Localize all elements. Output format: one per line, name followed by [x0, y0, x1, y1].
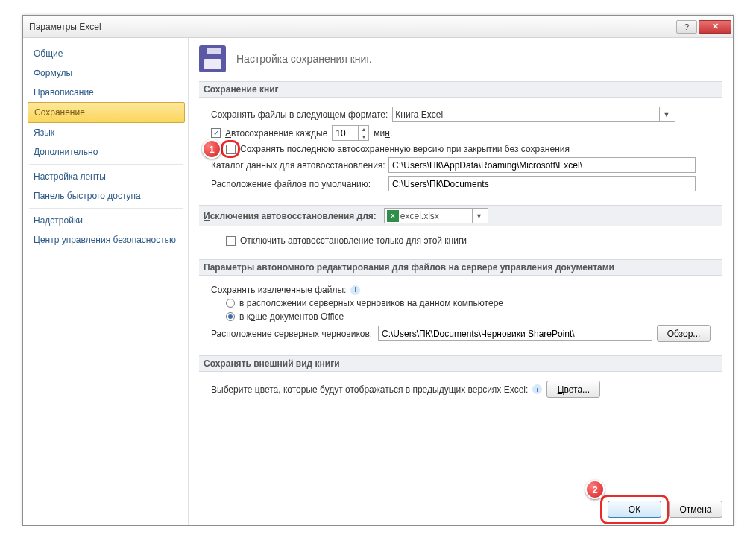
group-header-offline: Параметры автономного редактирования для… [199, 259, 722, 276]
exceptions-label: Исключения автовосстановления для: [204, 211, 377, 221]
autosave-value[interactable] [333, 126, 358, 140]
colors-label: Выберите цвета, которые будут отображать… [211, 384, 528, 395]
sidebar-item-proofing[interactable]: Правописание [28, 83, 185, 102]
drafts-loc-input[interactable] [378, 326, 652, 341]
spin-up-icon[interactable]: ▲ [359, 126, 368, 133]
format-combo[interactable]: Книга Excel ▼ [392, 107, 675, 122]
chevron-down-icon: ▼ [472, 209, 485, 223]
catalog-label: Каталог данных для автовосстановления: [211, 160, 384, 171]
exceptions-combo[interactable]: X excel.xlsx ▼ [384, 208, 488, 223]
catalog-path-input[interactable] [388, 157, 696, 173]
page-title: Настройка сохранения книг. [236, 53, 372, 65]
sidebar-item-addins[interactable]: Надстройки [28, 211, 185, 230]
separator [29, 208, 183, 209]
keep-last-label: Сохранять последнюю автосохраненную верс… [240, 144, 570, 154]
disable-autorecover-label: Отключить автовосстановление только для … [240, 235, 467, 246]
excel-file-icon: X [387, 210, 399, 222]
radio-office-cache[interactable] [226, 312, 235, 321]
drafts-loc-label: Расположение серверных черновиков: [211, 329, 374, 339]
help-button[interactable]: ? [676, 20, 697, 34]
sidebar: Общие Формулы Правописание Сохранение Яз… [23, 38, 188, 525]
dialog-body: Общие Формулы Правописание Сохранение Яз… [23, 38, 733, 525]
colors-button[interactable]: Цвета... [546, 381, 600, 398]
sidebar-item-language[interactable]: Язык [28, 123, 185, 142]
window-title: Параметры Excel [29, 22, 675, 32]
default-loc-label: Расположение файлов по умолчанию: [211, 179, 384, 189]
separator [29, 164, 183, 165]
format-label: Сохранять файлы в следующем формате: [211, 110, 388, 120]
autosave-unit: мин. [374, 128, 392, 139]
group-header-appearance: Сохранять внешний вид книги [199, 355, 722, 372]
radio-server-drafts-label: в расположении серверных черновиков на д… [239, 298, 503, 308]
dialog-footer: 2 ОК Отмена [608, 501, 722, 518]
annotation-marker-2: 2 [585, 480, 605, 499]
autosave-label: Автосохранение каждые [225, 128, 327, 139]
group-header-exceptions: Исключения автовосстановления для: X exc… [199, 205, 722, 226]
autosave-spinner[interactable]: ▲▼ [332, 125, 369, 141]
group-body-appearance: Выберите цвета, которые будут отображать… [199, 372, 722, 407]
save-extracted-label: Сохранять извлеченные файлы: [211, 285, 346, 295]
header-row: Настройка сохранения книг. [199, 45, 722, 72]
sidebar-item-save[interactable]: Сохранение [28, 102, 185, 123]
format-value: Книга Excel [395, 110, 443, 120]
options-dialog: Параметры Excel ? ✕ Общие Формулы Правоп… [22, 15, 734, 526]
sidebar-item-ribbon[interactable]: Настройка ленты [28, 167, 185, 186]
info-icon[interactable]: i [350, 285, 360, 295]
group-header-save: Сохранение книг [199, 81, 722, 98]
browse-button[interactable]: Обзор... [657, 325, 711, 342]
close-button[interactable]: ✕ [699, 20, 731, 34]
sidebar-item-qat[interactable]: Панель быстрого доступа [28, 186, 185, 206]
spin-down-icon[interactable]: ▼ [359, 133, 368, 141]
ok-button[interactable]: ОК [608, 501, 661, 518]
sidebar-item-formulas[interactable]: Формулы [28, 63, 185, 83]
titlebar: Параметры Excel ? ✕ [23, 16, 733, 38]
radio-server-drafts[interactable] [226, 299, 235, 308]
info-icon[interactable]: i [532, 384, 542, 394]
autosave-checkbox[interactable]: ✓ [211, 128, 221, 138]
chevron-down-icon: ▼ [659, 107, 672, 121]
group-body-exceptions: Отключить автовосстановление только для … [199, 226, 722, 255]
keep-last-checkbox[interactable] [226, 145, 236, 154]
sidebar-item-general[interactable]: Общие [28, 44, 185, 63]
annotation-marker-1: 1 [202, 139, 221, 159]
group-body-save: Сохранять файлы в следующем формате: Кни… [199, 98, 722, 200]
sidebar-item-advanced[interactable]: Дополнительно [28, 142, 185, 162]
content-pane: Настройка сохранения книг. Сохранение кн… [188, 38, 733, 525]
exceptions-file: excel.xlsx [400, 211, 439, 221]
disable-autorecover-checkbox[interactable] [226, 236, 236, 246]
default-loc-input[interactable] [388, 176, 696, 191]
radio-office-cache-label: в кэше документов Office [239, 311, 344, 322]
group-body-offline: Сохранять извлеченные файлы: i в располо… [199, 276, 722, 351]
floppy-icon [199, 45, 226, 72]
cancel-button[interactable]: Отмена [669, 501, 722, 518]
sidebar-item-trust[interactable]: Центр управления безопасностью [28, 230, 185, 250]
